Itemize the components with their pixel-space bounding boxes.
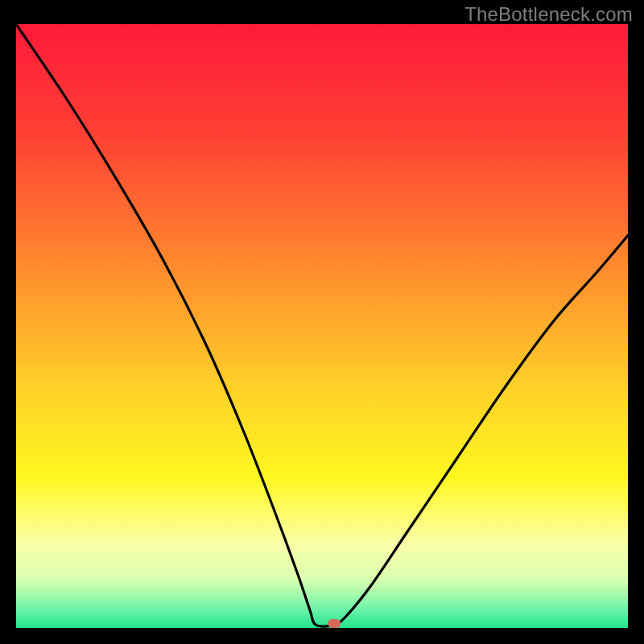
gradient-background xyxy=(16,24,628,628)
watermark-text: TheBottleneck.com xyxy=(464,3,633,26)
optimal-marker xyxy=(328,619,341,628)
bottleneck-chart xyxy=(16,24,628,628)
chart-frame xyxy=(8,24,636,636)
